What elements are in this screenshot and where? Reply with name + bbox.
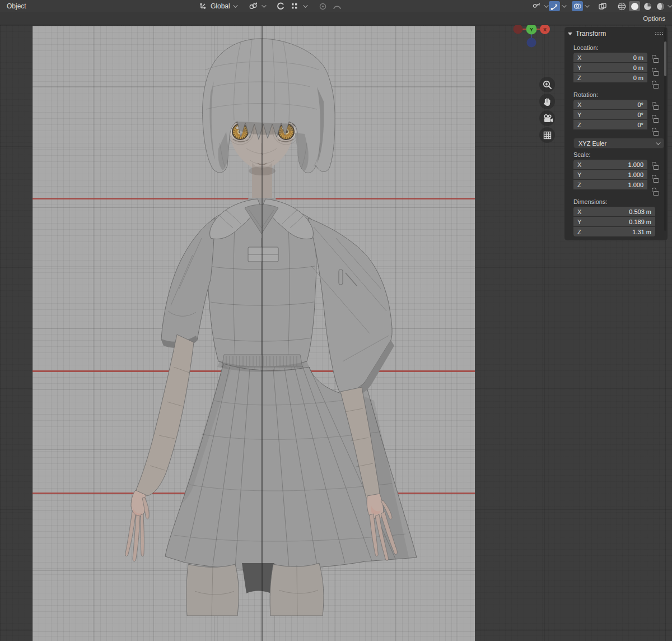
chevron-down-icon[interactable]	[233, 3, 237, 7]
chevron-down-icon[interactable]	[544, 3, 548, 7]
gizmo-x-negative[interactable]	[514, 25, 523, 34]
shading-solid-icon[interactable]	[629, 1, 640, 11]
shading-rendered-icon[interactable]	[655, 1, 666, 11]
snap-target-icon[interactable]	[289, 1, 300, 11]
lock-icon[interactable]	[653, 191, 659, 196]
arm-left	[136, 335, 194, 496]
lock-icon[interactable]	[653, 118, 659, 123]
lock-icon[interactable]	[653, 131, 659, 136]
rotation-x-field[interactable]: X 0°	[573, 100, 647, 109]
svg-text:X: X	[543, 27, 547, 32]
location-label: Location:	[573, 43, 664, 53]
location-y-field[interactable]: Y 0 m	[573, 63, 647, 72]
location-z-field[interactable]: Z 0 m	[573, 73, 647, 82]
zoom-button[interactable]	[539, 77, 555, 92]
rotation-z-field[interactable]: Z 0°	[573, 120, 647, 129]
collapse-arrow-icon[interactable]	[568, 32, 572, 35]
character-body-group	[125, 39, 417, 616]
scale-label: Scale:	[573, 150, 664, 160]
gizmo-z-negative[interactable]	[527, 38, 536, 48]
chevron-down-icon[interactable]	[562, 3, 566, 7]
tool-settings-bar: Options	[0, 12, 672, 25]
scale-y-field[interactable]: Y 1.000	[573, 170, 647, 179]
options-button[interactable]: Options	[643, 15, 672, 22]
snap-magnet-icon[interactable]	[275, 1, 286, 11]
lock-icon[interactable]	[653, 178, 659, 183]
camera-view-button[interactable]	[539, 110, 555, 126]
shading-material-icon[interactable]	[642, 1, 653, 11]
scrollbar-thumb[interactable]	[664, 41, 666, 76]
panel-drag-handle-icon[interactable]	[655, 32, 663, 36]
panel-title: Transform	[576, 30, 655, 38]
orientation-dropdown[interactable]: Global	[211, 2, 230, 10]
scale-z-field[interactable]: Z 1.000	[573, 180, 647, 189]
lock-icon[interactable]	[653, 58, 659, 63]
transform-panel-header[interactable]: Transform	[564, 27, 668, 40]
lock-icon[interactable]	[653, 105, 659, 110]
object-menu[interactable]: Object	[0, 2, 33, 10]
origin-axis-line	[262, 26, 263, 641]
location-x-field[interactable]: X 0 m	[573, 53, 647, 62]
shading-wireframe-icon[interactable]	[616, 1, 627, 11]
orthographic-grid-button[interactable]	[539, 127, 555, 143]
lock-icon[interactable]	[653, 165, 659, 170]
svg-text:Y: Y	[530, 27, 533, 32]
pivot-point-icon[interactable]	[248, 1, 259, 11]
pan-hand-button[interactable]	[539, 94, 555, 109]
panel-scrollbar[interactable]	[664, 28, 666, 231]
proportional-editing-icon[interactable]	[318, 1, 329, 11]
dimensions-z-field[interactable]: Z 1.31 m	[573, 227, 655, 236]
xray-toggle-icon[interactable]	[597, 1, 608, 11]
chevron-down-icon[interactable]	[303, 3, 307, 7]
show-overlays-icon[interactable]	[572, 1, 583, 11]
transform-panel: Transform Location: X 0 m Y 0 m Z 0 m	[564, 27, 668, 240]
chevron-down-icon	[656, 140, 660, 145]
rotation-label: Rotation:	[573, 90, 664, 100]
show-object-types-icon[interactable]	[531, 1, 542, 11]
lock-icon[interactable]	[653, 84, 659, 89]
chevron-down-icon[interactable]	[262, 3, 266, 7]
rotation-y-field[interactable]: Y 0°	[573, 110, 647, 119]
sleeve-left	[161, 218, 215, 347]
chevron-down-icon[interactable]	[668, 3, 672, 7]
show-gizmo-icon[interactable]	[549, 1, 560, 11]
viewport-header: Object Global	[0, 0, 672, 12]
rotation-mode-dropdown[interactable]: XYZ Euler	[573, 138, 664, 148]
dimensions-label: Dimensions:	[573, 197, 664, 207]
blender-window: Object Global	[0, 0, 672, 641]
dimensions-y-field[interactable]: Y 0.189 m	[573, 217, 655, 226]
lock-icon[interactable]	[653, 71, 659, 76]
falloff-curve-icon[interactable]	[332, 1, 343, 11]
chevron-down-icon[interactable]	[585, 3, 589, 7]
transform-orientation-icon	[199, 1, 208, 12]
scale-x-field[interactable]: X 1.000	[573, 160, 647, 169]
dimensions-x-field[interactable]: X 0.503 m	[573, 207, 655, 216]
